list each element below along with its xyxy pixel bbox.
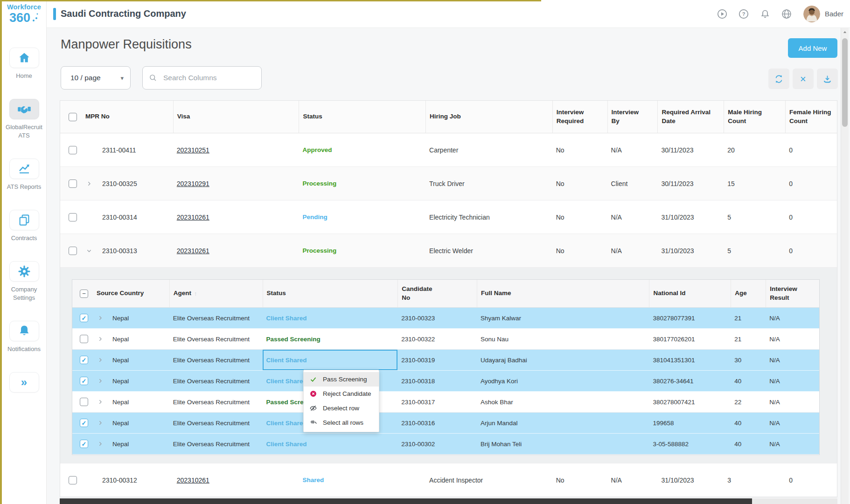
add-new-button[interactable]: Add New	[788, 38, 837, 58]
column-header-hiring-job[interactable]: Hiring Job	[425, 101, 552, 133]
row-checkbox[interactable]	[69, 247, 77, 255]
row-checkbox[interactable]	[80, 377, 88, 385]
sidebar-card-company-settings[interactable]	[9, 261, 39, 282]
visa-link[interactable]: 202310291	[177, 180, 209, 187]
column-header-age[interactable]: Age	[731, 280, 766, 307]
chevron-right-icon[interactable]	[97, 398, 104, 406]
row-checkbox[interactable]	[69, 180, 77, 188]
help-icon[interactable]: ?	[738, 8, 749, 20]
cell-source-country: Nepal	[109, 329, 169, 349]
play-icon[interactable]	[717, 8, 728, 20]
menu-item-reject-candidate[interactable]: Reject Candidate	[304, 387, 379, 401]
globe-icon[interactable]	[781, 8, 792, 20]
chevron-right-icon[interactable]	[97, 356, 104, 364]
row-checkbox[interactable]	[69, 146, 77, 154]
column-header-mpr-no[interactable]: MPR No	[82, 101, 173, 133]
download-button[interactable]	[817, 69, 838, 89]
chevron-right-icon[interactable]	[97, 377, 104, 385]
row-checkbox[interactable]	[80, 398, 88, 406]
sidebar-card-ats-reports[interactable]	[9, 159, 39, 179]
scroll-up-icon[interactable]	[842, 29, 848, 35]
candidate-row-2310-00317[interactable]: NepalElite Overseas RecruitmentPassed Sc…	[72, 392, 819, 413]
bell-icon[interactable]	[759, 8, 771, 20]
row-checkbox[interactable]	[69, 476, 77, 484]
window-highlight-border-top	[0, 0, 541, 1]
mpr-row-2310-00312[interactable]: 2310-00312202310261SharedAccident Inspec…	[60, 463, 837, 497]
cell-required-arrival-date: 30/11/2023	[657, 133, 724, 166]
column-header-interview-required[interactable]: Interview Required	[552, 101, 607, 133]
column-header-full-name[interactable]: Full Name	[477, 280, 649, 307]
row-checkbox[interactable]	[80, 419, 88, 427]
cell-status[interactable]: Passed Screening	[263, 329, 398, 349]
vertical-scrollbar[interactable]	[841, 28, 849, 504]
avatar[interactable]	[803, 6, 820, 22]
chevron-right-icon[interactable]	[97, 440, 104, 448]
menu-item-pass-screening[interactable]: Pass Screening	[304, 372, 379, 387]
candidate-row-2310-00318[interactable]: NepalElite Overseas RecruitmentClient Sh…	[72, 371, 819, 392]
menu-item-deselect-row[interactable]: Deselect row	[304, 401, 379, 415]
column-header-agent[interactable]: Agent↑	[169, 280, 263, 307]
subtable-header: Source CountryAgent↑StatusCandidate NoFu…	[72, 280, 819, 308]
candidate-row-2310-00323[interactable]: NepalElite Overseas RecruitmentClient Sh…	[72, 308, 819, 329]
row-checkbox[interactable]	[80, 440, 88, 448]
sidebar-item-company-settings[interactable]: Company Settings	[2, 261, 46, 302]
mpr-row-2311-00411[interactable]: 2311-00411202310251ApprovedCarpenterNoN/…	[60, 133, 837, 167]
column-header-status[interactable]: Status	[299, 101, 425, 133]
column-header-female-hiring-count[interactable]: Female Hiring Count	[785, 101, 837, 133]
horizontal-scrollbar-thumb[interactable]	[60, 498, 752, 504]
vertical-scrollbar-thumb[interactable]	[842, 38, 848, 127]
cell-status[interactable]: Client Shared	[263, 308, 398, 328]
horizontal-scrollbar[interactable]	[60, 498, 837, 504]
chevron-right-icon[interactable]	[97, 419, 104, 427]
visa-link[interactable]: 202310251	[177, 146, 209, 154]
row-checkbox[interactable]	[69, 213, 77, 221]
column-header-male-hiring-count[interactable]: Male Hiring Count	[724, 101, 785, 133]
column-header-status[interactable]: Status	[263, 280, 398, 307]
sidebar-card-globalrecruit-ats[interactable]	[9, 99, 39, 119]
cell-status[interactable]: Client Shared	[263, 350, 398, 370]
menu-item-select-all-rows[interactable]: Select all rows	[304, 415, 379, 430]
row-checkbox[interactable]	[80, 335, 88, 343]
search-input[interactable]	[163, 74, 256, 82]
user-name[interactable]: Bader	[825, 10, 843, 18]
sidebar-expand-button[interactable]: »	[9, 372, 39, 393]
cell-mpr-no: 2311-00411	[98, 133, 173, 166]
sidebar-item-notifications[interactable]: Notifications	[2, 321, 46, 353]
visa-link[interactable]: 202310261	[177, 476, 209, 484]
visa-link[interactable]: 202310261	[177, 214, 209, 221]
mpr-row-2310-00314[interactable]: 2310-00314202310261PendingElectricity Te…	[60, 200, 837, 234]
candidate-row-2310-00302[interactable]: NepalElite Overseas RecruitmentClient Sh…	[72, 434, 819, 455]
row-checkbox[interactable]	[80, 314, 88, 322]
sidebar-item-ats-reports[interactable]: ATS Reports	[2, 159, 46, 191]
column-header-interview-by[interactable]: Interview By	[607, 101, 658, 133]
candidate-row-2310-00319[interactable]: NepalElite Overseas RecruitmentClient Sh…	[72, 350, 819, 371]
refresh-button[interactable]	[768, 69, 789, 89]
column-header-source-country[interactable]: Source Country	[93, 280, 169, 307]
mpr-row-2310-00325[interactable]: 2310-00325202310291ProcessingTruck Drive…	[60, 167, 837, 200]
column-header-candidate-no[interactable]: Candidate No	[397, 280, 477, 307]
close-button[interactable]	[793, 69, 814, 89]
column-header-visa[interactable]: Visa	[173, 101, 299, 133]
column-header-interview-result[interactable]: Interview Result	[766, 280, 819, 307]
subtable-select-all-checkbox[interactable]	[80, 290, 88, 298]
visa-link[interactable]: 202310261	[177, 247, 209, 255]
chevron-right-icon[interactable]	[85, 180, 93, 187]
sidebar-card-contracts[interactable]	[9, 210, 39, 230]
candidate-row-2310-00322[interactable]: NepalElite Overseas RecruitmentPassed Sc…	[72, 329, 819, 350]
chevron-right-icon[interactable]	[97, 314, 104, 322]
sidebar-card-home[interactable]	[9, 48, 39, 68]
candidate-row-2310-00316[interactable]: NepalElite Overseas RecruitmentClient Sh…	[72, 413, 819, 434]
select-all-checkbox[interactable]	[69, 113, 77, 121]
sidebar-item-globalrecruit-ats[interactable]: GlobalRecruit ATS	[2, 99, 46, 140]
column-header-national-id[interactable]: National Id	[649, 280, 731, 307]
row-checkbox[interactable]	[80, 356, 88, 364]
chevron-right-icon[interactable]	[97, 335, 104, 343]
sidebar-item-home[interactable]: Home	[2, 48, 46, 80]
sidebar-card-notifications[interactable]	[9, 321, 39, 341]
cell-status[interactable]: Client Shared	[263, 434, 398, 454]
mpr-row-2310-00313[interactable]: 2310-00313202310261ProcessingElectric We…	[60, 234, 837, 268]
chevron-down-icon[interactable]	[85, 247, 93, 255]
sidebar-item-contracts[interactable]: Contracts	[2, 210, 46, 242]
column-header-required-arrival-date[interactable]: Required Arrival Date	[657, 101, 724, 133]
page-size-select[interactable]: 10 / page ▾	[61, 66, 131, 90]
